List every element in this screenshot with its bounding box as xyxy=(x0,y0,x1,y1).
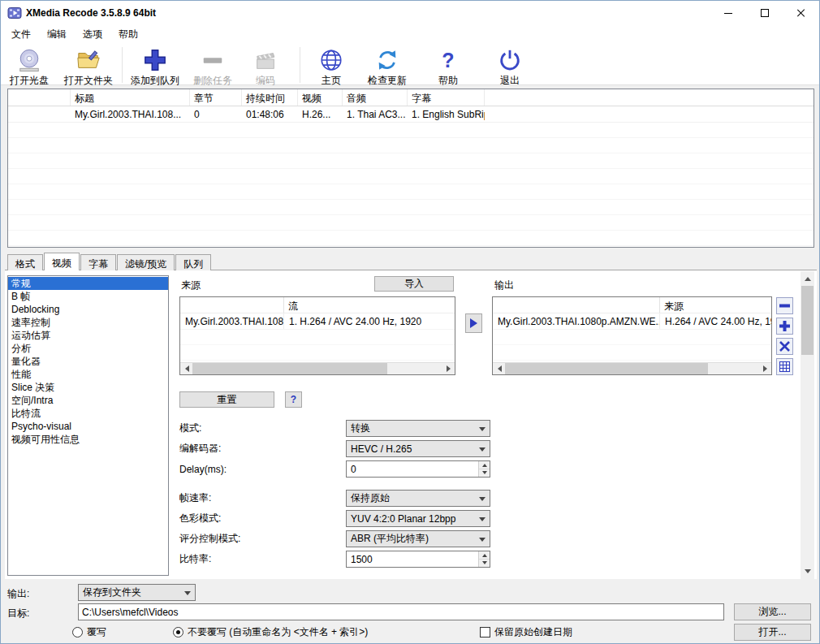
scroll-left-icon[interactable] xyxy=(180,363,192,375)
target-path-input[interactable]: C:\Users\mefcl\Videos xyxy=(78,603,724,620)
codec-select[interactable]: HEVC / H.265 xyxy=(346,440,490,457)
colormode-select[interactable]: YUV 4:2:0 Planar 12bpp xyxy=(346,510,490,527)
output-mode-select[interactable]: 保存到文件夹 xyxy=(78,584,196,601)
spin-down-icon[interactable] xyxy=(479,469,490,477)
mode-select[interactable]: 转换 xyxy=(346,420,490,437)
table-row[interactable]: My.Girl.2003.THAI.108... 0 01:48:06 H.26… xyxy=(8,106,814,123)
column-header-video[interactable]: 视频 xyxy=(298,89,343,106)
tab-queue[interactable]: 队列 xyxy=(175,254,211,270)
scroll-right-icon[interactable] xyxy=(759,363,771,375)
sidebar-item-deblocking[interactable]: Deblocking xyxy=(8,303,168,316)
panel-vertical-scrollbar[interactable] xyxy=(801,271,814,579)
open-folder-button[interactable]: 打开文件夹 xyxy=(59,47,118,88)
stream-properties-button[interactable] xyxy=(776,358,793,375)
tool-label: 删除任务 xyxy=(193,74,232,88)
source-stream-row[interactable]: My.Girl.2003.THAI.1080p.AMZN... 1. H.264… xyxy=(180,313,455,330)
open-disc-button[interactable]: 打开光盘 xyxy=(6,47,53,88)
maximize-button[interactable] xyxy=(746,1,783,25)
column-header-blank[interactable] xyxy=(8,89,71,106)
output-stream-row[interactable]: My.Girl.2003.THAI.1080p.AMZN.WE... H.264… xyxy=(493,313,771,330)
source-stream-column-header[interactable]: 流 xyxy=(283,297,455,313)
output-horizontal-scrollbar[interactable] xyxy=(493,362,771,374)
settings-help-button[interactable]: ? xyxy=(285,391,302,408)
menu-edit[interactable]: 编辑 xyxy=(39,25,75,44)
maximize-icon xyxy=(761,9,769,17)
table-empty-row xyxy=(8,231,814,246)
cell-title: My.Girl.2003.THAI.108... xyxy=(71,106,190,122)
scroll-right-icon[interactable] xyxy=(442,363,455,375)
column-header-duration[interactable]: 持续时间 xyxy=(242,89,298,106)
spin-up-icon[interactable] xyxy=(479,461,490,469)
sidebar-item-slice-decision[interactable]: Slice 决策 xyxy=(8,381,168,394)
framerate-value: 保持原始 xyxy=(351,491,390,505)
delete-stream-button[interactable] xyxy=(776,338,793,355)
scrollbar-thumb[interactable] xyxy=(505,363,708,375)
sidebar-item-vui[interactable]: 视频可用性信息 xyxy=(8,433,168,446)
menu-options[interactable]: 选项 xyxy=(75,25,110,44)
spin-up-icon[interactable] xyxy=(479,551,490,560)
spin-down-icon[interactable] xyxy=(479,560,490,567)
add-stream-button[interactable] xyxy=(776,318,793,335)
reset-button[interactable]: 重置 xyxy=(179,391,274,408)
home-button[interactable]: 主页 xyxy=(309,47,354,88)
apply-stream-button[interactable] xyxy=(465,313,482,333)
column-header-subtitle[interactable]: 字幕 xyxy=(408,89,485,106)
tab-filter-preview[interactable]: 滤镜/预览 xyxy=(117,254,175,270)
source-stream-list[interactable]: 流 My.Girl.2003.THAI.1080p.AMZN... 1. H.2… xyxy=(179,296,455,375)
output-source-column-header[interactable]: 来源 xyxy=(659,297,771,313)
output-empty-row xyxy=(493,345,771,361)
cell-audio: 1. Thai AC3... xyxy=(343,106,408,122)
scrollbar-thumb[interactable] xyxy=(801,286,814,355)
scroll-down-icon[interactable] xyxy=(801,565,814,579)
column-header-chapter[interactable]: 章节 xyxy=(190,89,242,106)
sidebar-item-performance[interactable]: 性能 xyxy=(8,368,168,381)
check-update-button[interactable]: 检查更新 xyxy=(360,47,414,88)
sidebar-item-psycho-visual[interactable]: Psycho-visual xyxy=(8,420,168,433)
sidebar-item-bitstream[interactable]: 比特流 xyxy=(8,407,168,420)
minimize-button[interactable] xyxy=(710,1,746,25)
form-row-ratecontrol: 评分控制模式: ABR (平均比特率) xyxy=(179,530,490,547)
close-button[interactable] xyxy=(783,1,819,25)
sidebar-item-general[interactable]: 常规 xyxy=(8,277,168,290)
scrollbar-thumb[interactable] xyxy=(192,363,387,375)
browse-button[interactable]: 浏览... xyxy=(734,603,811,620)
help-button[interactable]: ? 帮助 xyxy=(425,47,471,88)
output-stream-list[interactable]: 来源 My.Girl.2003.THAI.1080p.AMZN.WE... H.… xyxy=(492,296,772,375)
delay-stepper[interactable]: 0 xyxy=(346,460,490,478)
scroll-left-icon[interactable] xyxy=(493,363,505,375)
sidebar-item-quantizer[interactable]: 量化器 xyxy=(8,355,168,368)
keep-date-checkbox[interactable]: 保留原始创建日期 xyxy=(480,625,572,639)
encode-button[interactable]: 编码 xyxy=(243,47,288,88)
overwrite-radio[interactable]: 覆写 xyxy=(72,625,106,639)
tab-format[interactable]: 格式 xyxy=(7,254,43,270)
exit-button[interactable]: 退出 xyxy=(486,47,534,88)
window-title: XMedia Recode 3.5.8.9 64bit xyxy=(26,7,156,19)
tab-video[interactable]: 视频 xyxy=(44,253,80,270)
sidebar-item-analysis[interactable]: 分析 xyxy=(8,342,168,355)
source-stream-value: 1. H.264 / AVC 24.00 Hz, 1920 xyxy=(283,313,455,329)
sidebar-item-spatial-intra[interactable]: 空间/Intra xyxy=(8,394,168,407)
framerate-select[interactable]: 保持原始 xyxy=(346,490,490,507)
remove-stream-button[interactable] xyxy=(776,297,793,314)
import-button[interactable]: 导入 xyxy=(374,276,454,292)
menu-file[interactable]: 文件 xyxy=(3,25,39,44)
sidebar-item-motion-estimation[interactable]: 运动估算 xyxy=(8,329,168,342)
sidebar-item-bframes[interactable]: B 帧 xyxy=(8,290,168,303)
bitrate-stepper[interactable]: 1500 xyxy=(346,551,490,568)
column-header-audio[interactable]: 音频 xyxy=(343,89,408,106)
no-overwrite-radio[interactable]: 不要覆写 (自动重命名为 <文件名 + 索引>) xyxy=(173,625,368,639)
column-header-title[interactable]: 标题 xyxy=(71,89,190,106)
source-horizontal-scrollbar[interactable] xyxy=(180,362,455,374)
table-empty-row xyxy=(8,184,814,200)
mode-label: 模式: xyxy=(179,421,346,435)
encode-icon xyxy=(252,47,278,73)
menu-help[interactable]: 帮助 xyxy=(110,25,146,44)
tool-label: 退出 xyxy=(500,74,520,88)
open-button[interactable]: 打开... xyxy=(734,624,811,641)
scroll-up-icon[interactable] xyxy=(801,271,814,285)
ratecontrol-select[interactable]: ABR (平均比特率) xyxy=(346,530,490,547)
add-to-queue-button[interactable]: 添加到队列 xyxy=(126,47,184,88)
tab-subtitle[interactable]: 字幕 xyxy=(80,254,116,270)
remove-task-button[interactable]: 删除任务 xyxy=(186,47,240,88)
sidebar-item-rate-control[interactable]: 速率控制 xyxy=(8,316,168,329)
